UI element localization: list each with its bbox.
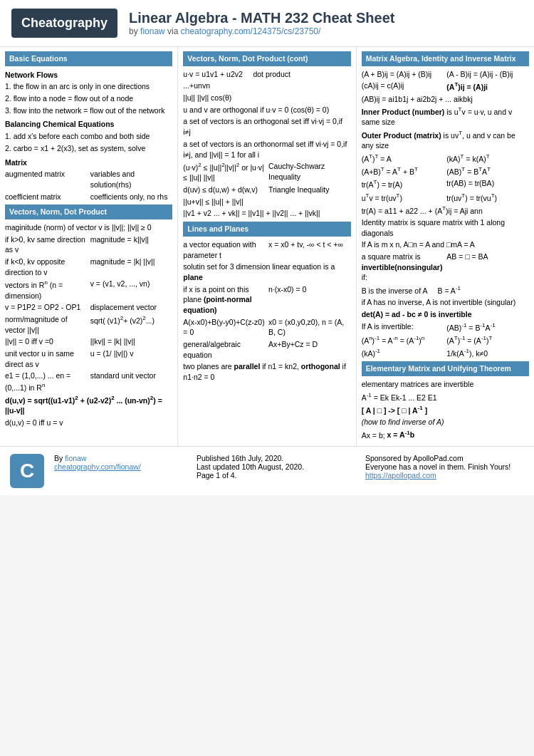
matrix-row-1: augmented matrix variables and solution(… bbox=[5, 169, 172, 190]
subtitle: by fionaw via cheatography.com/124375/cs… bbox=[129, 26, 394, 36]
text: 1. the flow in an arc is only in one dir… bbox=[5, 81, 172, 92]
cell: if k<0, kv opposite direction to v bbox=[5, 257, 88, 277]
cell: (AT)T = A bbox=[362, 152, 444, 164]
text: d(u,v) = sqrt((u1-v1)2 + (u2-v2)2 ... (u… bbox=[5, 394, 172, 416]
column-1: Basic Equations Network Flows 1. the flo… bbox=[0, 47, 178, 446]
cell: standard unit vector bbox=[90, 371, 173, 393]
footer-author-name[interactable]: fionaw bbox=[65, 454, 86, 462]
cell: (AB)-1 = B-1A-1 bbox=[446, 321, 529, 333]
footer-updated: Last updated 10th August, 2020. bbox=[197, 462, 355, 471]
column-2: Vectors, Norm, Dot Product (cont) u·v = … bbox=[178, 47, 356, 446]
cell: norm/magnitude of vector ||v|| bbox=[5, 314, 88, 335]
footer-sponsor-text: Everyone has a novel in them. Finish You… bbox=[365, 462, 524, 471]
cell: if k>0, kv same direction as v bbox=[5, 234, 88, 255]
cell: u = (1/ ||v||) v bbox=[90, 348, 173, 369]
section-lines-planes: Lines and Planes bbox=[183, 222, 350, 237]
text: a set of vectors is an orthogonal set if… bbox=[183, 116, 350, 137]
footer-author-url[interactable]: cheatography.com/fionaw/ bbox=[54, 462, 141, 471]
footer-author-label: By bbox=[54, 454, 65, 462]
cell: e1 = (1,0,...) ... en = (0,...1) in Rn bbox=[5, 371, 88, 393]
text: maginitude (norm) of vector v is ||v||; … bbox=[5, 222, 172, 233]
cell: v = P1P2 = OP2 - OP1 bbox=[5, 302, 88, 313]
text: 2. flow into a node = flow out of a node bbox=[5, 93, 172, 104]
section-elementary-matrix: Elementary Matrix and Unifying Theorem bbox=[362, 361, 529, 376]
text: two planes are parallel if n1 = kn2, ort… bbox=[183, 361, 350, 382]
footer-right: Sponsored by ApolloPad.com Everyone has … bbox=[365, 454, 524, 480]
ma-row-5: tr(AT) = tr(A) tr(AB) = tr(BA) bbox=[362, 178, 529, 190]
cell: Triangle Inequality bbox=[268, 185, 351, 195]
footer-sponsor-url[interactable]: https://apollopad.com bbox=[365, 471, 436, 480]
text: solutin set for 3 dimension linear equat… bbox=[183, 262, 350, 282]
cell: (AB)T = BTAT bbox=[446, 165, 529, 177]
section-basic-equations: Basic Equations bbox=[5, 51, 172, 66]
logo: Cheatography bbox=[11, 9, 117, 38]
cell: magnitude = k||v|| bbox=[90, 234, 173, 255]
vec-row-6: ||v|| = 0 iff v =0 ||kv|| = |k| ||v|| bbox=[5, 336, 172, 347]
cell: variables and solution(rhs) bbox=[90, 169, 173, 190]
cell: v = (v1, v2, ..., vn) bbox=[90, 279, 173, 301]
subtitle-mid: via bbox=[165, 26, 181, 36]
footer-by: By fionaw bbox=[54, 454, 187, 462]
cell: (A + B)ij = (A)ij + (B)ij bbox=[362, 69, 444, 80]
cell: x = x0 + tv, -∞ < t < +∞ bbox=[268, 239, 351, 260]
ma-row-8: If A is invertible: (AB)-1 = B-1A-1 bbox=[362, 321, 529, 333]
cell: (A - B)ij = (A)ij - (B)ij bbox=[446, 69, 529, 80]
vec-row-4: v = P1P2 = OP2 - OP1 displacement vector bbox=[5, 302, 172, 313]
cell: a vector equation with parameter t bbox=[183, 239, 266, 260]
cell: unit vector u in same direct as v bbox=[5, 348, 88, 369]
cell: sqrt( (v1)2+ (v2)2...) bbox=[90, 314, 173, 335]
cell: (AT)ij = (A)ji bbox=[446, 81, 529, 92]
subsection-matrix: Matrix bbox=[5, 157, 172, 168]
text: 1. add x's before each combo and both si… bbox=[5, 131, 172, 142]
cell: tr(AB) = tr(BA) bbox=[446, 178, 529, 190]
url-link[interactable]: cheatography.com/124375/cs/23750/ bbox=[181, 26, 321, 36]
text: if A has no inverse, A is not invertible… bbox=[362, 297, 529, 308]
subsection-network-flows: Network Flows bbox=[5, 70, 172, 81]
lp-row-1: a vector equation with parameter t x = x… bbox=[183, 239, 350, 260]
author-link[interactable]: fionaw bbox=[140, 26, 165, 36]
text: d(u,v) = 0 iff u = v bbox=[5, 418, 172, 428]
text: Inner Product (number) is uTv = u·v, u a… bbox=[362, 105, 529, 128]
text: ||v1 + v2 ... + vk|| = ||v1|| + ||v2|| .… bbox=[183, 208, 350, 219]
vec-row-8: e1 = (1,0,...) ... en = (0,...1) in Rn s… bbox=[5, 371, 172, 393]
text: B is the inverse of A B = A-1 bbox=[362, 284, 529, 296]
cell: d(uv) ≤ d(u,w) + d(w,v) bbox=[183, 185, 266, 195]
ma-row-4: (A+B)T = AT + BT (AB)T = BTAT bbox=[362, 165, 529, 177]
text: If A is m x n, A□n = A and □mA = A bbox=[362, 239, 529, 250]
cell: ||v|| = 0 iff v =0 bbox=[5, 336, 88, 347]
footer-page: Page 1 of 4. bbox=[197, 471, 355, 480]
cell: (kA)-1 bbox=[362, 347, 444, 358]
vec-row-3: vectors in Rn (n = dimension) v = (v1, v… bbox=[5, 279, 172, 301]
section-vectors-cont: Vectors, Norm, Dot Product (cont) bbox=[183, 51, 350, 66]
text: (how to find inverse of A) bbox=[362, 417, 529, 428]
ma-row-7: a square matrix is invertible(nonsingula… bbox=[362, 252, 529, 283]
column-3: Matrix Algebra, Identity and Inverse Mat… bbox=[357, 47, 534, 446]
footer-middle: Published 16th July, 2020. Last updated … bbox=[197, 454, 355, 480]
footer-sponsor-label: Sponsored by ApolloPad.com bbox=[365, 454, 524, 462]
cell: vectors in Rn (n = dimension) bbox=[5, 279, 88, 301]
subtitle-pre: by bbox=[129, 26, 140, 36]
footer: C By fionaw cheatography.com/fionaw/ Pub… bbox=[0, 446, 534, 495]
header-title: Linear Algebra - MATH 232 Cheat Sheet by… bbox=[129, 10, 394, 36]
vec-row-2: if k<0, kv opposite direction to v magni… bbox=[5, 257, 172, 277]
vec-row-5: norm/magnitude of vector ||v|| sqrt( (v1… bbox=[5, 314, 172, 335]
ma-row-6: uTv = tr(uvT) tr(uvT) = tr(vuT) bbox=[362, 192, 529, 203]
vec-cont-row-2: d(uv) ≤ d(u,w) + d(w,v) Triangle Inequal… bbox=[183, 185, 350, 195]
text: (AB)ij = ai1b1j + ai2b2j + ... aikbkj bbox=[362, 94, 529, 105]
cell: displacement vector bbox=[90, 302, 173, 313]
text: tr(A) = a11 + a22 ... + (AT)ij = Aji ann bbox=[362, 204, 529, 216]
cell: uTv = tr(uvT) bbox=[362, 192, 444, 203]
cell: augmented matrix bbox=[5, 169, 88, 190]
cell: tr(AT) = tr(A) bbox=[362, 178, 444, 190]
vec-cont-row-1: (u·v)2 ≤ ||u||2||v||2 or |u·v| ≤ ||u|| |… bbox=[183, 161, 350, 183]
cell: If A is invertible: bbox=[362, 321, 444, 333]
cell: 1/k(A-1), k≠0 bbox=[446, 347, 529, 358]
cell: (AT)-1 = (A-1)T bbox=[446, 334, 529, 346]
cell: Cauchy-Schwarz Inequality bbox=[268, 161, 351, 183]
vec-row-1: if k>0, kv same direction as v magnitude… bbox=[5, 234, 172, 255]
ma-row-3: (AT)T = A (kA)T = k(A)T bbox=[362, 152, 529, 164]
ma-row-2: (cA)ij = c(A)ij (AT)ij = (A)ji bbox=[362, 81, 529, 92]
text: Identity matrix is square matrix with 1 … bbox=[362, 217, 529, 238]
cell: if x is a point on this plane (point-nor… bbox=[183, 284, 266, 316]
text: det(A) = ad - bc ≠ 0 is invertible bbox=[362, 309, 529, 320]
